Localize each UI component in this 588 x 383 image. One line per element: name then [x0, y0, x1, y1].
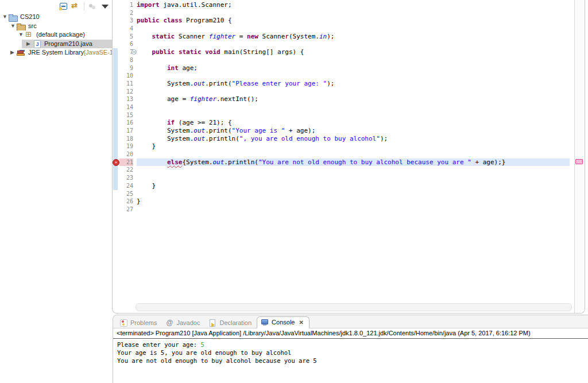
library-icon — [17, 49, 26, 56]
editor-line-12[interactable]: 12 — [113, 88, 570, 96]
error-overview-marker[interactable] — [575, 159, 583, 164]
editor-line-27[interactable]: 27 — [113, 206, 570, 214]
editor-line-26[interactable]: 26} — [113, 198, 570, 206]
tree-item-label: Program210.java — [44, 40, 92, 48]
java-file-icon — [33, 40, 42, 48]
tree-item-default-package[interactable]: ▼(default package) — [0, 30, 112, 40]
error-icon[interactable] — [113, 159, 119, 166]
tree-item-label-suffix: [JavaSE-1 — [84, 49, 112, 56]
editor-line-1[interactable]: 1import java.util.Scanner; — [113, 1, 570, 9]
editor-line-9[interactable]: 9 int age; — [113, 64, 570, 72]
editor-line-16[interactable]: 16 if (age >= 21); { — [113, 119, 570, 127]
editor-line-13[interactable]: 13 age = fighter.nextInt(); — [113, 95, 570, 103]
console-line: You are not old enough to buy alcohol be… — [117, 357, 588, 365]
line-number: 8 — [119, 56, 133, 64]
line-number: 4 — [119, 25, 133, 33]
code-text: int age; — [137, 64, 570, 72]
line-number: 20 — [119, 150, 133, 158]
editor-line-10[interactable]: 10 — [113, 72, 570, 80]
horizontal-scrollbar[interactable] — [136, 303, 572, 311]
code-text: } — [137, 142, 570, 150]
line-number: 18 — [119, 135, 133, 143]
toolbar-separator — [84, 2, 84, 10]
vertical-scrollbar[interactable] — [574, 0, 585, 313]
line-number: 10 — [119, 72, 133, 80]
code-text — [137, 25, 570, 33]
tab-declaration[interactable]: Declaration — [205, 318, 257, 328]
tree-item-label: (default package) — [36, 31, 85, 38]
line-number: 14 — [119, 103, 133, 111]
tree-item-cs210[interactable]: ▼CS210 — [0, 13, 112, 22]
project-folder-icon — [9, 13, 18, 21]
tab-console[interactable]: Console — [257, 316, 310, 328]
line-number: 6 — [119, 40, 133, 48]
editor-line-23[interactable]: 23 — [113, 174, 570, 182]
editor-lines: 1import java.util.Scanner;23public class… — [113, 1, 570, 214]
line-number: 16 — [119, 119, 133, 127]
code-text — [137, 174, 570, 182]
editor-line-4[interactable]: 4 — [113, 25, 570, 33]
chevron-right-icon[interactable]: ▶ — [10, 49, 17, 56]
line-number: 27 — [119, 206, 133, 214]
tree-item-jre-system-library[interactable]: ▶JRE System Library [JavaSE-1 — [0, 48, 112, 57]
package-explorer-tree: ▼CS210▼src▼(default package)▶Program210.… — [0, 13, 112, 57]
editor-line-14[interactable]: 14 — [113, 103, 570, 111]
line-number: 12 — [119, 88, 133, 96]
code-text: } — [137, 198, 570, 206]
editor-line-7[interactable]: 7 public static void main(String[] args)… — [113, 48, 570, 56]
collapse-all-icon[interactable] — [60, 3, 67, 10]
line-number: 22 — [119, 166, 133, 174]
code-text — [137, 150, 570, 158]
fold-collapse-icon[interactable] — [131, 49, 137, 55]
line-number: 5 — [119, 33, 133, 41]
declaration-icon — [209, 319, 216, 326]
code-text: else{System.out.println("You are not old… — [137, 158, 570, 167]
editor-line-8[interactable]: 8 — [113, 56, 570, 64]
code-text — [137, 190, 570, 198]
editor-line-6[interactable]: 6 — [113, 40, 570, 48]
editor-line-15[interactable]: 15 — [113, 111, 570, 119]
editor-line-11[interactable]: 11 System.out.print("Please enter your a… — [113, 80, 570, 88]
editor-line-25[interactable]: 25 — [113, 190, 570, 198]
line-number: 21 — [119, 158, 133, 167]
chevron-down-icon[interactable]: ▼ — [18, 32, 25, 38]
code-text: public class Program210 { — [137, 17, 570, 25]
close-icon[interactable] — [299, 319, 303, 326]
editor-line-17[interactable]: 17 System.out.print("Your age is " + age… — [113, 127, 570, 135]
line-number: 2 — [119, 9, 133, 17]
focus-icon[interactable] — [88, 2, 97, 11]
chevron-right-icon[interactable]: ▶ — [26, 41, 33, 47]
editor-line-21[interactable]: 21 else{System.out.println("You are not … — [113, 158, 570, 167]
tab-javadoc[interactable]: Javadoc — [162, 318, 205, 328]
code-text — [137, 103, 570, 111]
chevron-down-icon[interactable]: ▼ — [2, 14, 9, 20]
line-number: 15 — [119, 111, 133, 119]
editor-line-3[interactable]: 3public class Program210 { — [113, 17, 570, 25]
code-text — [137, 111, 570, 119]
view-menu-icon[interactable] — [101, 2, 110, 11]
tab-label: Declaration — [219, 319, 252, 326]
line-number: 24 — [119, 182, 133, 190]
tree-item-label: JRE System Library — [28, 49, 84, 56]
editor-line-18[interactable]: 18 System.out.println(", you are old eno… — [113, 135, 570, 143]
code-text — [137, 166, 570, 174]
editor-line-22[interactable]: 22 — [113, 166, 570, 174]
line-number: 3 — [119, 17, 133, 25]
tab-problems[interactable]: Problems — [116, 318, 162, 328]
code-text — [137, 40, 570, 48]
line-number: 23 — [119, 174, 133, 182]
line-number: 1 — [119, 1, 133, 9]
code-text: System.out.print("Please enter your age:… — [137, 80, 570, 88]
tree-item-program210-java[interactable]: ▶Program210.java — [0, 40, 112, 49]
editor-line-19[interactable]: 19 } — [113, 142, 570, 150]
editor-line-24[interactable]: 24 } — [113, 182, 570, 190]
link-with-editor-icon[interactable] — [71, 2, 80, 11]
code-text — [137, 72, 570, 80]
console-panel: ProblemsJavadocDeclarationConsole <termi… — [113, 315, 588, 383]
editor-line-20[interactable]: 20 — [113, 150, 570, 158]
code-editor[interactable]: 1import java.util.Scanner;23public class… — [112, 0, 585, 314]
chevron-down-icon[interactable]: ▼ — [10, 23, 17, 29]
tree-item-src[interactable]: ▼src — [0, 22, 112, 31]
editor-line-5[interactable]: 5 static Scanner fighter = new Scanner(S… — [113, 33, 570, 41]
editor-line-2[interactable]: 2 — [113, 9, 570, 17]
